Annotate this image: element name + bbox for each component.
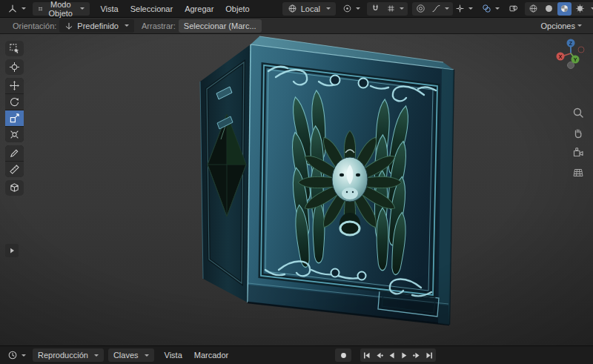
playback-dropdown[interactable]: Reproducción bbox=[33, 348, 104, 362]
tool-select-box[interactable] bbox=[5, 41, 24, 56]
play-reverse-button[interactable] bbox=[385, 348, 398, 362]
tool-measure[interactable] bbox=[5, 162, 24, 177]
tool-scale[interactable] bbox=[5, 110, 24, 126]
timeline-menu-marcador[interactable]: Marcador bbox=[188, 348, 234, 363]
solid-sphere-icon bbox=[544, 4, 554, 13]
navigation-gizmo[interactable]: Z X Y bbox=[554, 37, 587, 71]
material-sphere-icon bbox=[560, 4, 569, 13]
magnet-icon bbox=[371, 4, 380, 13]
editor-type-button[interactable] bbox=[5, 2, 28, 16]
cursor-icon bbox=[9, 62, 20, 73]
mode-dropdown[interactable]: Modo Objeto bbox=[33, 2, 90, 16]
next-keyframe-icon bbox=[412, 351, 422, 360]
viewport-toolbar bbox=[5, 41, 24, 196]
scale-icon bbox=[9, 113, 20, 124]
shading-material-button[interactable] bbox=[557, 2, 572, 16]
menu-vista[interactable]: Vista bbox=[94, 1, 124, 16]
rendered-sphere-icon bbox=[575, 4, 585, 13]
magnifier-icon bbox=[572, 107, 584, 119]
3d-viewport-editor-icon bbox=[7, 4, 18, 14]
show-gizmo-dropdown[interactable] bbox=[453, 2, 475, 16]
gizmo-negative-x[interactable] bbox=[578, 47, 584, 53]
options-label: Opciones bbox=[541, 21, 575, 30]
pivot-point-dropdown[interactable] bbox=[340, 2, 362, 16]
tool-group-annotate bbox=[5, 145, 24, 177]
drag-action-dropdown[interactable]: Seleccionar (Marc... bbox=[179, 19, 262, 33]
gizmo-y-label: Y bbox=[574, 57, 577, 62]
record-button[interactable] bbox=[335, 348, 351, 362]
chevron-down-icon bbox=[445, 7, 449, 10]
rotate-icon bbox=[9, 96, 20, 107]
chevron-down-icon bbox=[577, 24, 582, 27]
gizmo-x-label: X bbox=[559, 54, 563, 59]
tool-move[interactable] bbox=[5, 78, 24, 93]
timeline-menu-vista[interactable]: Vista bbox=[159, 348, 188, 363]
viewport-header: Modo Objeto Vista Seleccionar Agregar Ob… bbox=[0, 0, 593, 18]
snap-settings-dropdown[interactable] bbox=[384, 2, 406, 16]
gizmo-negative-z[interactable] bbox=[568, 62, 574, 69]
clock-icon bbox=[7, 350, 18, 360]
options-dropdown[interactable]: Opciones bbox=[535, 19, 588, 33]
next-keyframe-button[interactable] bbox=[411, 348, 423, 362]
overlays-icon bbox=[482, 4, 491, 13]
pivot-point-icon bbox=[342, 4, 352, 13]
shading-wireframe-button[interactable] bbox=[526, 2, 540, 16]
wireframe-sphere-icon bbox=[529, 4, 538, 13]
collapsed-panel-button[interactable] bbox=[5, 244, 19, 257]
orientation-value: Local bbox=[301, 4, 320, 13]
orientation-globe-icon bbox=[288, 4, 297, 13]
toggle-perspective-button[interactable] bbox=[572, 167, 584, 179]
object-mode-icon bbox=[38, 4, 43, 13]
gizmo-z-label: Z bbox=[569, 41, 573, 46]
mode-label: Modo Objeto bbox=[47, 0, 74, 18]
record-icon bbox=[339, 351, 348, 360]
expand-arrow-icon bbox=[7, 246, 16, 255]
3d-viewport[interactable]: Z X Y bbox=[0, 34, 593, 345]
pan-hand-button[interactable] bbox=[572, 127, 584, 139]
orientation-preset-dropdown[interactable]: Predefinido bbox=[59, 19, 134, 33]
menu-agregar[interactable]: Agregar bbox=[179, 1, 219, 16]
tool-group-cursor bbox=[5, 59, 24, 75]
chevron-down-icon bbox=[495, 7, 500, 10]
tool-annotate[interactable] bbox=[5, 145, 24, 161]
snap-toggle[interactable] bbox=[368, 2, 382, 16]
chevron-down-icon bbox=[468, 7, 473, 10]
chevron-down-icon bbox=[125, 24, 129, 27]
menu-objeto[interactable]: Objeto bbox=[219, 1, 255, 16]
previous-keyframe-button[interactable] bbox=[373, 348, 385, 362]
proportional-edit-toggle[interactable] bbox=[414, 2, 428, 16]
tool-transform[interactable] bbox=[5, 127, 24, 142]
select-box-icon bbox=[9, 43, 20, 54]
tool-rotate[interactable] bbox=[5, 94, 24, 110]
annotate-pen-icon bbox=[9, 148, 20, 159]
jump-to-start-button[interactable] bbox=[360, 348, 373, 362]
show-overlays-dropdown[interactable] bbox=[480, 2, 502, 16]
shading-rendered-button[interactable] bbox=[573, 2, 587, 16]
tool-group-add bbox=[5, 180, 24, 196]
jump-to-end-button[interactable] bbox=[423, 348, 436, 362]
proportional-circles-icon bbox=[416, 4, 425, 13]
chevron-down-icon bbox=[80, 7, 85, 10]
keys-dropdown[interactable]: Claves bbox=[108, 348, 154, 362]
xray-toggle[interactable] bbox=[506, 2, 520, 16]
timeline-header: Reproducción Claves Vista Marcador bbox=[0, 345, 593, 364]
menu-seleccionar[interactable]: Seleccionar bbox=[125, 1, 179, 16]
zoom-button[interactable] bbox=[572, 107, 584, 119]
transform-icon bbox=[9, 129, 20, 140]
shading-solid-button[interactable] bbox=[542, 2, 556, 16]
playback-controls bbox=[335, 348, 436, 362]
tool-cursor[interactable] bbox=[5, 59, 24, 75]
chevron-down-icon bbox=[94, 354, 99, 357]
scene-render bbox=[0, 34, 593, 345]
camera-view-button[interactable] bbox=[572, 147, 584, 159]
timeline-editor-type-button[interactable] bbox=[5, 348, 28, 362]
measure-ruler-icon bbox=[9, 164, 20, 175]
chevron-down-icon bbox=[21, 7, 26, 10]
play-button[interactable] bbox=[398, 348, 411, 362]
hand-icon bbox=[572, 127, 584, 139]
playback-label: Reproducción bbox=[38, 351, 88, 360]
transform-orientation-dropdown[interactable]: Local bbox=[282, 2, 336, 16]
tool-add-cube[interactable] bbox=[5, 180, 24, 196]
proportional-falloff-dropdown[interactable] bbox=[429, 2, 451, 16]
tool-group-select bbox=[5, 41, 24, 56]
